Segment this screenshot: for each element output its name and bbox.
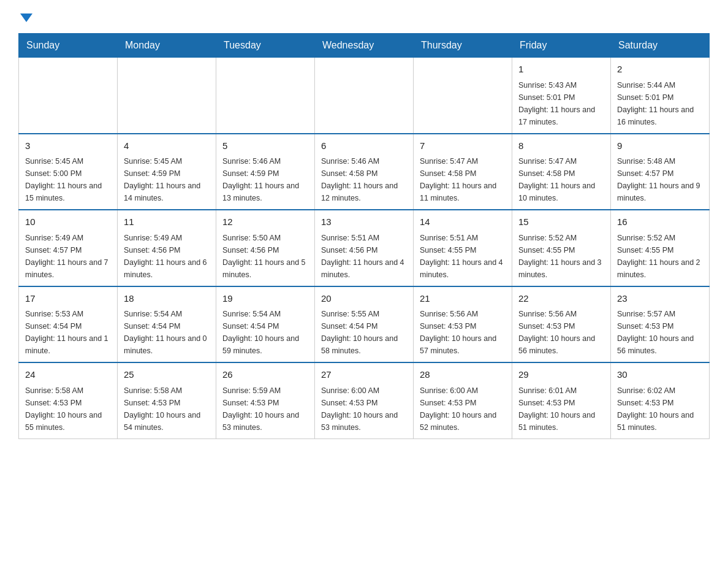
day-number: 22 — [518, 292, 604, 306]
day-sun-info: Sunrise: 5:52 AM Sunset: 4:55 PM Dayligh… — [617, 232, 703, 281]
calendar-header-row: SundayMondayTuesdayWednesdayThursdayFrid… — [19, 34, 710, 58]
day-sun-info: Sunrise: 5:44 AM Sunset: 5:01 PM Dayligh… — [617, 79, 703, 128]
day-number: 7 — [420, 139, 506, 153]
day-sun-info: Sunrise: 5:45 AM Sunset: 4:59 PM Dayligh… — [124, 155, 210, 204]
day-sun-info: Sunrise: 5:56 AM Sunset: 4:53 PM Dayligh… — [518, 308, 604, 357]
day-sun-info: Sunrise: 6:02 AM Sunset: 4:53 PM Dayligh… — [617, 385, 703, 434]
day-number: 23 — [617, 292, 703, 306]
day-sun-info: Sunrise: 5:54 AM Sunset: 4:54 PM Dayligh… — [222, 308, 308, 357]
day-sun-info: Sunrise: 5:49 AM Sunset: 4:56 PM Dayligh… — [124, 232, 210, 281]
calendar-table: SundayMondayTuesdayWednesdayThursdayFrid… — [18, 33, 710, 439]
day-of-week-header: Sunday — [19, 34, 118, 58]
calendar-day-cell: 29Sunrise: 6:01 AM Sunset: 4:53 PM Dayli… — [512, 362, 611, 439]
logo — [18, 12, 42, 21]
calendar-day-cell: 21Sunrise: 5:56 AM Sunset: 4:53 PM Dayli… — [414, 286, 512, 363]
day-sun-info: Sunrise: 5:59 AM Sunset: 4:53 PM Dayligh… — [222, 385, 308, 434]
day-number: 27 — [321, 368, 407, 382]
day-sun-info: Sunrise: 5:49 AM Sunset: 4:57 PM Dayligh… — [25, 232, 111, 281]
calendar-day-cell: 8Sunrise: 5:47 AM Sunset: 4:58 PM Daylig… — [512, 134, 611, 210]
calendar-day-cell: 16Sunrise: 5:52 AM Sunset: 4:55 PM Dayli… — [611, 210, 710, 286]
day-number: 12 — [222, 215, 308, 229]
calendar-day-cell: 2Sunrise: 5:44 AM Sunset: 5:01 PM Daylig… — [611, 58, 710, 134]
day-number: 2 — [617, 63, 703, 77]
calendar-week-row: 24Sunrise: 5:58 AM Sunset: 4:53 PM Dayli… — [19, 362, 710, 439]
day-number: 6 — [321, 139, 407, 153]
page-header — [18, 12, 710, 21]
day-sun-info: Sunrise: 5:58 AM Sunset: 4:53 PM Dayligh… — [124, 385, 210, 434]
day-number: 25 — [124, 368, 210, 382]
day-sun-info: Sunrise: 6:00 AM Sunset: 4:53 PM Dayligh… — [420, 385, 506, 434]
calendar-day-cell: 15Sunrise: 5:52 AM Sunset: 4:55 PM Dayli… — [512, 210, 611, 286]
day-sun-info: Sunrise: 5:51 AM Sunset: 4:56 PM Dayligh… — [321, 232, 407, 281]
calendar-day-cell: 26Sunrise: 5:59 AM Sunset: 4:53 PM Dayli… — [216, 362, 315, 439]
day-sun-info: Sunrise: 5:46 AM Sunset: 4:58 PM Dayligh… — [321, 155, 407, 204]
day-number: 11 — [124, 215, 210, 229]
day-sun-info: Sunrise: 5:48 AM Sunset: 4:57 PM Dayligh… — [617, 155, 703, 204]
calendar-day-cell — [118, 58, 216, 134]
calendar-day-cell: 24Sunrise: 5:58 AM Sunset: 4:53 PM Dayli… — [19, 362, 118, 439]
calendar-day-cell: 5Sunrise: 5:46 AM Sunset: 4:59 PM Daylig… — [216, 134, 315, 210]
calendar-day-cell: 13Sunrise: 5:51 AM Sunset: 4:56 PM Dayli… — [315, 210, 414, 286]
calendar-day-cell — [216, 58, 315, 134]
calendar-week-row: 3Sunrise: 5:45 AM Sunset: 5:00 PM Daylig… — [19, 134, 710, 210]
calendar-day-cell: 6Sunrise: 5:46 AM Sunset: 4:58 PM Daylig… — [315, 134, 414, 210]
day-sun-info: Sunrise: 5:46 AM Sunset: 4:59 PM Dayligh… — [222, 155, 308, 204]
calendar-day-cell: 18Sunrise: 5:54 AM Sunset: 4:54 PM Dayli… — [118, 286, 216, 363]
calendar-week-row: 17Sunrise: 5:53 AM Sunset: 4:54 PM Dayli… — [19, 286, 710, 363]
day-number: 16 — [617, 215, 703, 229]
day-sun-info: Sunrise: 6:00 AM Sunset: 4:53 PM Dayligh… — [321, 385, 407, 434]
day-number: 1 — [518, 63, 604, 77]
day-sun-info: Sunrise: 5:58 AM Sunset: 4:53 PM Dayligh… — [25, 385, 111, 434]
day-number: 20 — [321, 292, 407, 306]
day-sun-info: Sunrise: 5:47 AM Sunset: 4:58 PM Dayligh… — [420, 155, 506, 204]
calendar-day-cell: 23Sunrise: 5:57 AM Sunset: 4:53 PM Dayli… — [611, 286, 710, 363]
day-of-week-header: Wednesday — [315, 34, 414, 58]
day-sun-info: Sunrise: 5:57 AM Sunset: 4:53 PM Dayligh… — [617, 308, 703, 357]
day-sun-info: Sunrise: 5:55 AM Sunset: 4:54 PM Dayligh… — [321, 308, 407, 357]
logo-triangle-icon — [20, 13, 32, 22]
day-number: 19 — [222, 292, 308, 306]
day-number: 30 — [617, 368, 703, 382]
day-sun-info: Sunrise: 6:01 AM Sunset: 4:53 PM Dayligh… — [518, 385, 604, 434]
day-of-week-header: Saturday — [611, 34, 710, 58]
day-sun-info: Sunrise: 5:54 AM Sunset: 4:54 PM Dayligh… — [124, 308, 210, 357]
calendar-day-cell: 22Sunrise: 5:56 AM Sunset: 4:53 PM Dayli… — [512, 286, 611, 363]
calendar-day-cell: 14Sunrise: 5:51 AM Sunset: 4:55 PM Dayli… — [414, 210, 512, 286]
calendar-day-cell — [19, 58, 118, 134]
day-number: 26 — [222, 368, 308, 382]
calendar-day-cell: 10Sunrise: 5:49 AM Sunset: 4:57 PM Dayli… — [19, 210, 118, 286]
calendar-week-row: 10Sunrise: 5:49 AM Sunset: 4:57 PM Dayli… — [19, 210, 710, 286]
day-of-week-header: Monday — [118, 34, 216, 58]
day-sun-info: Sunrise: 5:50 AM Sunset: 4:56 PM Dayligh… — [222, 232, 308, 281]
day-number: 29 — [518, 368, 604, 382]
calendar-day-cell: 7Sunrise: 5:47 AM Sunset: 4:58 PM Daylig… — [414, 134, 512, 210]
day-of-week-header: Thursday — [414, 34, 512, 58]
day-number: 18 — [124, 292, 210, 306]
day-of-week-header: Friday — [512, 34, 611, 58]
calendar-day-cell: 11Sunrise: 5:49 AM Sunset: 4:56 PM Dayli… — [118, 210, 216, 286]
day-sun-info: Sunrise: 5:43 AM Sunset: 5:01 PM Dayligh… — [518, 79, 604, 128]
day-number: 9 — [617, 139, 703, 153]
day-number: 8 — [518, 139, 604, 153]
calendar-day-cell: 3Sunrise: 5:45 AM Sunset: 5:00 PM Daylig… — [19, 134, 118, 210]
calendar-day-cell: 27Sunrise: 6:00 AM Sunset: 4:53 PM Dayli… — [315, 362, 414, 439]
day-number: 4 — [124, 139, 210, 153]
calendar-day-cell: 20Sunrise: 5:55 AM Sunset: 4:54 PM Dayli… — [315, 286, 414, 363]
day-of-week-header: Tuesday — [216, 34, 315, 58]
day-sun-info: Sunrise: 5:52 AM Sunset: 4:55 PM Dayligh… — [518, 232, 604, 281]
day-number: 21 — [420, 292, 506, 306]
day-number: 13 — [321, 215, 407, 229]
calendar-day-cell: 30Sunrise: 6:02 AM Sunset: 4:53 PM Dayli… — [611, 362, 710, 439]
calendar-day-cell — [315, 58, 414, 134]
calendar-day-cell: 25Sunrise: 5:58 AM Sunset: 4:53 PM Dayli… — [118, 362, 216, 439]
calendar-week-row: 1Sunrise: 5:43 AM Sunset: 5:01 PM Daylig… — [19, 58, 710, 134]
day-number: 10 — [25, 215, 111, 229]
calendar-day-cell: 9Sunrise: 5:48 AM Sunset: 4:57 PM Daylig… — [611, 134, 710, 210]
day-number: 15 — [518, 215, 604, 229]
calendar-day-cell: 19Sunrise: 5:54 AM Sunset: 4:54 PM Dayli… — [216, 286, 315, 363]
day-number: 5 — [222, 139, 308, 153]
day-number: 28 — [420, 368, 506, 382]
day-sun-info: Sunrise: 5:47 AM Sunset: 4:58 PM Dayligh… — [518, 155, 604, 204]
day-number: 3 — [25, 139, 111, 153]
calendar-day-cell: 28Sunrise: 6:00 AM Sunset: 4:53 PM Dayli… — [414, 362, 512, 439]
